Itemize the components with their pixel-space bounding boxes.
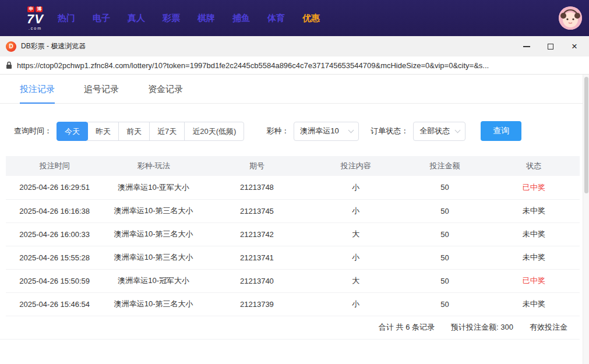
order-status-label: 订单状态： <box>371 126 408 136</box>
filter-20days-button[interactable]: 近20天(低频) <box>184 122 244 141</box>
header-bet-amount: 投注金额 <box>402 156 488 176</box>
table-row[interactable]: 2025-04-26 15:46:54 澳洲幸运10-第三名大小 2121373… <box>6 292 580 316</box>
status-cell: 未中奖 <box>488 292 580 316</box>
bet-time-cell: 2025-04-26 15:55:28 <box>6 246 103 269</box>
status-cell: 未中奖 <box>488 246 580 269</box>
query-button[interactable]: 查询 <box>481 121 521 141</box>
bet-time-cell: 2025-04-26 15:46:54 <box>6 292 103 316</box>
tab-chase-records[interactable]: 追号记录 <box>84 84 119 103</box>
top-navigation: 热门 电子 真人 彩票 棋牌 捕鱼 体育 优惠 <box>58 13 320 24</box>
status-cell: 已中奖 <box>488 269 580 292</box>
nav-item-sports[interactable]: 体育 <box>267 13 285 24</box>
status-cell: 未中奖 <box>488 222 580 246</box>
status-cell: 已中奖 <box>488 176 580 199</box>
game-play-cell: 澳洲幸运10-第三名大小 <box>103 246 203 269</box>
bet-content-cell: 小 <box>310 292 402 316</box>
filter-7days-button[interactable]: 近7天 <box>149 122 185 141</box>
lottery-select-value: 澳洲幸运10 <box>300 126 338 136</box>
nav-item-lottery[interactable]: 彩票 <box>163 13 180 24</box>
issue-cell: 21213745 <box>204 199 310 222</box>
nav-item-live[interactable]: 真人 <box>128 13 145 24</box>
order-status-select[interactable]: 全部状态 <box>413 122 465 141</box>
nav-item-hot[interactable]: 热门 <box>58 13 75 24</box>
expected-amount-label: 预计投注金额: 300 <box>451 322 513 333</box>
url-text[interactable]: https://ctop02pchwp1.zfnc84.com/lottery/… <box>17 61 489 70</box>
nav-item-promotions[interactable]: 优惠 <box>302 13 320 24</box>
bet-amount-cell: 50 <box>402 199 488 222</box>
vertical-scrollbar[interactable] <box>583 75 589 364</box>
minimize-button[interactable] <box>523 43 531 51</box>
tab-bet-records[interactable]: 投注记录 <box>20 84 55 104</box>
issue-cell: 21213739 <box>204 292 310 316</box>
bet-content-cell: 大 <box>310 269 402 292</box>
window-title: DB彩票 - 极速浏览器 <box>21 41 86 51</box>
db-lottery-app-icon: D <box>6 41 16 52</box>
issue-cell: 21213740 <box>204 269 310 292</box>
tab-bar: 投注记录 追号记录 资金记录 <box>0 75 589 104</box>
lottery-select[interactable]: 澳洲幸运10 <box>294 122 359 141</box>
bet-time-cell: 2025-04-26 16:29:51 <box>6 176 103 199</box>
game-play-cell: 澳洲幸运10-第三名大小 <box>103 292 203 316</box>
bet-time-cell: 2025-04-26 16:16:38 <box>6 199 103 222</box>
brand-logo[interactable]: 申 博 7V .com <box>27 6 44 30</box>
bet-content-cell: 小 <box>310 246 402 269</box>
bet-amount-cell: 50 <box>402 222 488 246</box>
lock-icon <box>6 61 12 69</box>
brand-logo-badges: 申 博 <box>27 6 43 12</box>
nav-item-chess[interactable]: 棋牌 <box>197 13 215 24</box>
query-time-label: 查询时间： <box>14 126 52 136</box>
header-bet-content: 投注内容 <box>310 156 402 176</box>
logo-badge-1: 申 <box>27 6 34 12</box>
avatar-girl-icon <box>559 6 582 30</box>
game-play-cell: 澳洲幸运10-亚军大小 <box>103 176 203 199</box>
maximize-button[interactable] <box>546 43 555 51</box>
valid-amount-label: 有效投注金 <box>530 322 567 333</box>
bet-amount-cell: 50 <box>402 292 488 316</box>
total-records-label: 合计 共 6 条记录 <box>379 322 435 333</box>
header-game-play: 彩种-玩法 <box>103 156 203 176</box>
status-cell: 未中奖 <box>488 199 580 222</box>
filter-today-button[interactable]: 今天 <box>57 122 88 141</box>
table-header-row: 投注时间 彩种-玩法 期号 投注内容 投注金额 状态 <box>6 156 580 176</box>
browser-titlebar: D DB彩票 - 极速浏览器 × <box>0 36 589 56</box>
logo-badge-2: 博 <box>36 6 43 12</box>
filter-yesterday-button[interactable]: 昨天 <box>87 122 119 141</box>
table-row[interactable]: 2025-04-26 16:00:33 澳洲幸运10-第三名大小 2121374… <box>6 222 580 246</box>
summary-bar: 合计 共 6 条记录 预计投注金额: 300 有效投注金 <box>0 316 580 340</box>
header-status: 状态 <box>488 156 580 176</box>
user-avatar[interactable] <box>559 6 582 30</box>
header-bet-time: 投注时间 <box>6 156 103 176</box>
table-row[interactable]: 2025-04-26 15:50:59 澳洲幸运10-冠军大小 21213740… <box>6 269 580 292</box>
bet-time-cell: 2025-04-26 16:00:33 <box>6 222 103 246</box>
bet-amount-cell: 50 <box>402 269 488 292</box>
casino-topbar: 申 博 7V .com 热门 电子 真人 彩票 棋牌 捕鱼 体育 优惠 <box>0 0 589 36</box>
bet-amount-cell: 50 <box>402 176 488 199</box>
window-controls: × <box>523 43 583 51</box>
close-button[interactable]: × <box>570 43 579 51</box>
table-row[interactable]: 2025-04-26 16:29:51 澳洲幸运10-亚军大小 21213748… <box>6 176 580 199</box>
bet-content-cell: 大 <box>310 222 402 246</box>
bet-amount-cell: 50 <box>402 246 488 269</box>
table-row[interactable]: 2025-04-26 15:55:28 澳洲幸运10-第三名大小 2121374… <box>6 246 580 269</box>
issue-cell: 21213741 <box>204 246 310 269</box>
logo-main-text: 7V <box>27 13 44 26</box>
chevron-down-icon <box>455 127 461 133</box>
lottery-type-label: 彩种： <box>266 126 289 136</box>
tab-fund-records[interactable]: 资金记录 <box>148 84 183 103</box>
nav-item-fishing[interactable]: 捕鱼 <box>232 13 250 24</box>
address-bar[interactable]: https://ctop02pchwp1.zfnc84.com/lottery/… <box>0 56 589 75</box>
bet-time-cell: 2025-04-26 15:50:59 <box>6 269 103 292</box>
order-status-value: 全部状态 <box>419 126 450 136</box>
nav-item-electronic[interactable]: 电子 <box>93 13 110 24</box>
time-range-group: 今天 昨天 前天 近7天 近20天(低频) <box>57 122 244 141</box>
lottery-records-page: 投注记录 追号记录 资金记录 查询时间： 今天 昨天 前天 近7天 近20天(低… <box>0 75 589 364</box>
filter-bar: 查询时间： 今天 昨天 前天 近7天 近20天(低频) 彩种： 澳洲幸运10 订… <box>0 104 589 141</box>
bet-content-cell: 小 <box>310 176 402 199</box>
game-play-cell: 澳洲幸运10-第三名大小 <box>103 199 203 222</box>
header-issue: 期号 <box>204 156 310 176</box>
bet-content-cell: 小 <box>310 199 402 222</box>
game-play-cell: 澳洲幸运10-第三名大小 <box>103 222 203 246</box>
filter-day-before-button[interactable]: 前天 <box>118 122 150 141</box>
scrollbar-thumb[interactable] <box>584 77 588 193</box>
table-row[interactable]: 2025-04-26 16:16:38 澳洲幸运10-第三名大小 2121374… <box>6 199 580 222</box>
